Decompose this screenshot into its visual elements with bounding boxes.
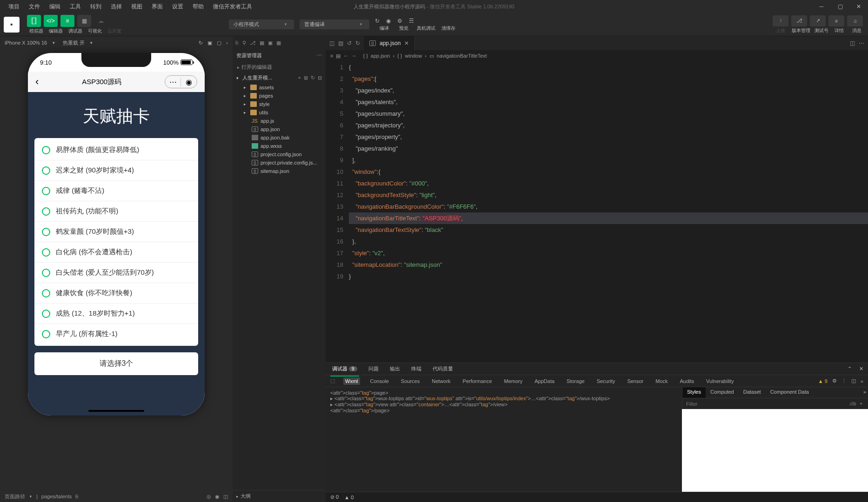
devtools-sources[interactable]: Sources — [399, 377, 421, 385]
list-item[interactable]: 戒律 (赌毒不沾) — [34, 181, 198, 201]
warn-count[interactable]: ▲ 0 — [344, 495, 354, 500]
panel-up-icon[interactable]: ⌃ — [848, 366, 852, 372]
error-count[interactable]: ⊘ 0 — [330, 494, 339, 500]
tree-item-file[interactable]: {}app.json — [233, 125, 326, 133]
menu-edit[interactable]: 编辑 — [45, 1, 65, 13]
editor-tab-active[interactable]: {} app.json ✕ — [364, 36, 415, 50]
list-item[interactable]: 易胖体质 (颜值更容易降低) — [34, 140, 198, 160]
warning-count[interactable]: ▲ 9 — [818, 378, 828, 384]
upload-button[interactable]: ⬆ — [773, 15, 788, 26]
tree-item-folder[interactable]: ▸style — [233, 100, 326, 108]
componentdata-tab[interactable]: Component Data — [766, 387, 814, 398]
new-folder-icon[interactable]: ⊞ — [304, 75, 308, 81]
bookmark-icon[interactable]: ▤ — [336, 53, 341, 59]
breadcrumb-item[interactable]: app.json — [371, 53, 390, 59]
debugger-button[interactable]: ≡ — [60, 15, 74, 27]
git-icon[interactable]: ⎇ — [250, 40, 256, 46]
menu-file[interactable]: 文件 — [24, 1, 45, 13]
menu-settings[interactable]: 设置 — [167, 1, 188, 13]
menu-tool[interactable]: 工具 — [65, 1, 86, 13]
menu-view[interactable]: 视图 — [127, 1, 147, 13]
tree-item-file[interactable]: {}project.config.json — [233, 150, 326, 159]
styles-filter-input[interactable] — [686, 401, 847, 407]
collapse-icon[interactable]: ⊟ — [318, 75, 322, 81]
compile-dropdown[interactable]: 普通编译▼ — [300, 20, 369, 29]
collapse-sidebar-icon[interactable]: ◫ — [329, 40, 334, 46]
rotate-icon[interactable]: ↻ — [199, 40, 203, 46]
devtools-network[interactable]: Network — [430, 377, 452, 385]
menu-help[interactable]: 帮助 — [188, 1, 208, 13]
notify-button[interactable]: ♫ — [847, 15, 863, 26]
devtools-security[interactable]: Security — [595, 377, 617, 385]
device-picker[interactable]: iPhone X 100% 16 — [5, 40, 47, 46]
eraser-icon[interactable]: ◫ — [223, 494, 228, 500]
devtools-dock-icon[interactable]: ◫ — [851, 378, 856, 384]
menu-select[interactable]: 选择 — [106, 1, 127, 13]
detach-icon[interactable]: ▢ — [217, 40, 221, 46]
tree-item-folder[interactable]: ▸utils — [233, 108, 326, 117]
tree-item-file[interactable]: JSapp.js — [233, 117, 326, 125]
computed-tab[interactable]: Computed — [706, 387, 739, 398]
select-button[interactable]: 请选择3个 — [34, 352, 198, 375]
styles-tab[interactable]: Styles — [682, 387, 706, 398]
debug-tab-terminal[interactable]: 终端 — [409, 363, 423, 374]
clear-cache-icon[interactable]: ☴ — [409, 18, 414, 24]
tree-item-file[interactable]: {}project.private.config.js... — [233, 159, 326, 167]
back-icon[interactable]: ‹ — [35, 76, 39, 88]
refresh-icon[interactable]: ↻ — [311, 75, 315, 81]
maximize-button[interactable]: ▢ — [831, 0, 849, 13]
open-editors-header[interactable]: ▸打开的编辑器 — [233, 62, 326, 73]
cloud-button[interactable]: ☁ — [94, 15, 108, 27]
minimize-button[interactable]: ─ — [812, 0, 831, 13]
visual-button[interactable]: ▦ — [77, 15, 91, 27]
save-icon[interactable]: ▤ — [338, 40, 343, 46]
dataset-tab[interactable]: Dataset — [739, 387, 766, 398]
tree-item-folder[interactable]: ▸assets — [233, 83, 326, 92]
tree-item-file[interactable]: app.json.bak — [233, 133, 326, 142]
devtools-settings-icon[interactable]: ⚙ — [832, 378, 837, 384]
new-file-icon[interactable]: + — [298, 75, 301, 81]
devtools-audits[interactable]: Audits — [678, 377, 696, 385]
menu-goto[interactable]: 转到 — [86, 1, 106, 13]
code-editor[interactable]: 12345678910111213141516171819 { "pages":… — [326, 61, 868, 363]
compile-icon[interactable]: ↻ — [375, 18, 380, 24]
detail-button[interactable]: ≡ — [828, 15, 844, 26]
more-icon[interactable]: › — [226, 40, 228, 46]
breadcrumb-item[interactable]: window — [405, 53, 422, 59]
devtools-sensor[interactable]: Sensor — [625, 377, 645, 385]
devtools-memory[interactable]: Memory — [502, 377, 525, 385]
version-button[interactable]: ⎇ — [791, 15, 807, 26]
grid-icon[interactable]: ▦ — [276, 40, 281, 46]
close-button[interactable]: ✕ — [849, 0, 868, 13]
list-item[interactable]: 白头偕老 (爱人至少能活到70岁) — [34, 263, 198, 283]
forward-icon[interactable]: ↻ — [355, 40, 360, 46]
wxml-tree[interactable]: <attr">class="tag">page>▸ <attr">class="… — [326, 387, 682, 492]
list-item[interactable]: 迟来之财 (90岁时家境+4) — [34, 160, 198, 181]
debug-tab-quality[interactable]: 代码质量 — [431, 363, 455, 374]
list-icon[interactable]: ≡ — [330, 53, 333, 59]
eye-icon[interactable]: ◉ — [215, 494, 220, 500]
devtools-vuln[interactable]: Vulnerability — [704, 377, 736, 385]
menu-ui[interactable]: 界面 — [147, 1, 167, 13]
history-icon[interactable]: ↺ — [347, 40, 352, 46]
devtools-performance[interactable]: Performance — [461, 377, 494, 385]
tree-item-folder[interactable]: ▸pages — [233, 92, 326, 100]
menu-devtools[interactable]: 微信开发者工具 — [208, 1, 257, 13]
preview-icon[interactable]: ◉ — [386, 18, 391, 24]
explorer-more-icon[interactable]: ⋯ — [317, 53, 322, 59]
list-item[interactable]: 健康饮食 (你不吃洋快餐) — [34, 283, 198, 304]
close-tab-icon[interactable]: ✕ — [404, 40, 409, 46]
add-style-icon[interactable]: + — [858, 401, 864, 406]
element-picker-icon[interactable]: ⬚ — [330, 378, 335, 384]
debug-tab-problems[interactable]: 问题 — [367, 363, 381, 374]
search-tree-icon[interactable]: ⚲ — [242, 40, 246, 46]
devtools-appdata[interactable]: AppData — [533, 377, 556, 385]
devtools-more-icon[interactable]: ⋮ — [841, 378, 847, 384]
editor-button[interactable]: </> — [44, 15, 58, 27]
screenshot-icon[interactable]: ▣ — [207, 40, 212, 46]
miniapp-body[interactable]: 天赋抽卡 易胖体质 (颜值更容易降低) 迟来之财 (90岁时家境+4) 戒律 (… — [28, 92, 205, 416]
cls-toggle[interactable]: .cls — [847, 401, 858, 406]
debug-tab-debugger[interactable]: 调试器9 — [330, 363, 359, 374]
simulator-button[interactable] — [27, 15, 41, 27]
remote-debug-icon[interactable]: ⚙ — [397, 18, 402, 24]
